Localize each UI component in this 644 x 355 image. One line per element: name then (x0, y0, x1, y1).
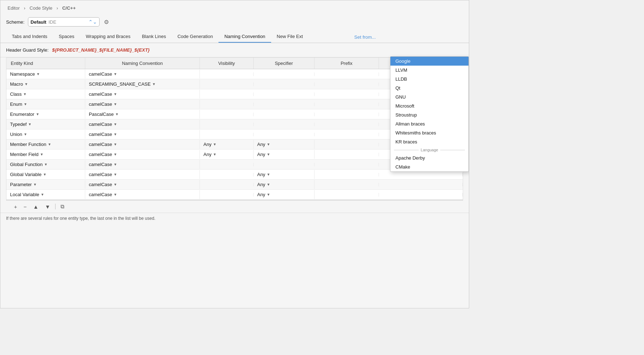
cell-naming-convention[interactable]: camelCase▼ (85, 140, 200, 149)
scheme-dropdown-arrow: ⌃⌄ (88, 19, 97, 25)
cell-entity-kind[interactable]: Global Variable▼ (6, 170, 85, 179)
dropdown-style-item[interactable]: Qt (390, 84, 468, 93)
cell-naming-convention[interactable]: camelCase▼ (85, 100, 200, 109)
cell-visibility[interactable]: Any▼ (200, 150, 254, 159)
dropdown-language-item[interactable]: CMake (390, 162, 468, 171)
convention-value: camelCase (89, 172, 112, 177)
dropdown-scroll-area[interactable]: GoogleLLVMLLDBQtGNUMicrosoftStroustrupAl… (390, 57, 468, 171)
convention-value: camelCase (89, 192, 112, 197)
cell-specifier[interactable]: Any▼ (254, 170, 314, 179)
cell-entity-kind[interactable]: Class▼ (6, 90, 85, 99)
entity-dropdown-arrow: ▼ (28, 122, 32, 126)
dropdown-style-item[interactable]: Whitesmiths braces (390, 128, 468, 137)
cell-entity-kind[interactable]: Local Variable▼ (6, 190, 85, 199)
dropdown-style-item[interactable]: LLVM (390, 66, 468, 75)
cell-visibility (200, 82, 254, 86)
dropdown-style-item[interactable]: Microsoft (390, 101, 468, 110)
dropdown-style-item[interactable]: Google (390, 57, 468, 66)
cell-entity-kind[interactable]: Global Function▼ (6, 160, 85, 169)
set-from-link[interactable]: Set from... (354, 34, 376, 40)
cell-entity-kind[interactable]: Enum▼ (6, 100, 85, 109)
cell-entity-kind[interactable]: Typedef▼ (6, 120, 85, 129)
cell-entity-kind[interactable]: Enumerator▼ (6, 110, 85, 119)
cell-visibility (200, 193, 254, 197)
cell-entity-kind[interactable]: Union▼ (6, 130, 85, 139)
col-naming-convention: Naming Convention (85, 58, 200, 69)
tab-blank-lines[interactable]: Blank Lines (136, 31, 172, 43)
cell-naming-convention[interactable]: camelCase▼ (85, 170, 200, 179)
cell-prefix (314, 93, 379, 96)
convention-dropdown-arrow: ▼ (114, 72, 117, 76)
entity-dropdown-arrow: ▼ (36, 112, 39, 116)
cell-specifier[interactable]: Any▼ (254, 150, 314, 159)
convention-value: camelCase (89, 101, 112, 107)
header-guard-label: Header Guard Style: (6, 47, 49, 53)
table-row[interactable]: Local Variable▼camelCase▼Any▼ (6, 190, 463, 200)
header-guard-value: ${PROJECT_NAME}_${FILE_NAME}_${EXT} (52, 47, 150, 53)
cell-specifier[interactable]: Any▼ (254, 140, 314, 149)
cell-specifier[interactable]: Any▼ (254, 180, 314, 189)
cell-extra (379, 173, 463, 176)
cell-naming-convention[interactable]: camelCase▼ (85, 180, 200, 189)
entity-name: Enumerator (10, 112, 34, 117)
cell-naming-convention[interactable]: SCREAMING_SNAKE_CASE▼ (85, 80, 200, 89)
tab-tabs-indents[interactable]: Tabs and Indents (6, 31, 53, 43)
cell-entity-kind[interactable]: Member Function▼ (6, 140, 85, 149)
specifier-dropdown-arrow: ▼ (266, 193, 270, 197)
cell-entity-kind[interactable]: Macro▼ (6, 80, 85, 89)
dropdown-style-item[interactable]: KR braces (390, 137, 468, 146)
breadcrumb-current: C/C++ (62, 5, 76, 11)
move-down-button[interactable]: ▼ (43, 203, 52, 210)
dropdown-style-item[interactable]: LLDB (390, 75, 468, 84)
header-guard-row: Header Guard Style: ${PROJECT_NAME}_${FI… (0, 43, 469, 57)
cell-entity-kind[interactable]: Parameter▼ (6, 180, 85, 189)
tab-wrapping-braces[interactable]: Wrapping and Braces (80, 31, 136, 43)
visibility-value: Any (203, 142, 211, 147)
move-up-button[interactable]: ▲ (31, 203, 41, 210)
cell-naming-convention[interactable]: camelCase▼ (85, 150, 200, 159)
table-row[interactable]: Parameter▼camelCase▼Any▼ (6, 180, 463, 190)
cell-prefix (314, 163, 379, 166)
add-rule-button[interactable]: + (12, 203, 19, 210)
cell-naming-convention[interactable]: camelCase▼ (85, 90, 200, 99)
tab-spaces[interactable]: Spaces (53, 31, 80, 43)
scheme-name: Default (30, 19, 46, 25)
scheme-gear-button[interactable]: ⚙ (103, 18, 110, 26)
convention-dropdown-arrow: ▼ (114, 172, 117, 176)
cell-naming-convention[interactable]: camelCase▼ (85, 160, 200, 169)
cell-naming-convention[interactable]: PascalCase▼ (85, 110, 200, 119)
cell-naming-convention[interactable]: camelCase▼ (85, 120, 200, 129)
tab-code-generation[interactable]: Code Generation (172, 31, 218, 43)
cell-entity-kind[interactable]: Member Field▼ (6, 150, 85, 159)
cell-specifier[interactable]: Any▼ (254, 190, 314, 199)
entity-dropdown-arrow: ▼ (40, 193, 44, 197)
cell-naming-convention[interactable]: camelCase▼ (85, 190, 200, 199)
entity-dropdown-arrow: ▼ (40, 152, 43, 156)
cell-prefix (314, 143, 379, 146)
cell-visibility[interactable]: Any▼ (200, 140, 254, 149)
dropdown-language-item[interactable]: Apache Derby (390, 153, 468, 162)
specifier-value: Any (257, 142, 265, 147)
dropdown-style-item[interactable]: GNU (390, 93, 468, 101)
dropdown-style-item[interactable]: Allman braces (390, 119, 468, 128)
copy-rule-button[interactable]: ⧉ (58, 203, 67, 210)
cell-prefix (314, 113, 379, 116)
tab-naming-convention[interactable]: Naming Convention (218, 31, 271, 43)
convention-dropdown-arrow: ▼ (114, 132, 117, 136)
remove-rule-button[interactable]: − (21, 203, 29, 210)
convention-value: camelCase (89, 71, 112, 77)
cell-naming-convention[interactable]: camelCase▼ (85, 70, 200, 79)
entity-name: Class (10, 91, 22, 97)
entity-name: Macro (10, 81, 23, 87)
cell-specifier (254, 113, 314, 116)
cell-naming-convention[interactable]: camelCase▼ (85, 130, 200, 139)
cell-entity-kind[interactable]: Namespace▼ (6, 70, 85, 79)
dropdown-style-item[interactable]: Stroustrup (390, 110, 468, 119)
tab-new-file-ext[interactable]: New File Ext (271, 31, 309, 43)
specifier-dropdown-arrow: ▼ (266, 172, 270, 176)
scheme-selector[interactable]: Default IDE ⌃⌄ (28, 17, 100, 27)
entity-dropdown-arrow: ▼ (24, 102, 27, 106)
entity-name: Enum (10, 101, 22, 107)
cell-specifier (254, 123, 314, 126)
scheme-ide: IDE (48, 19, 88, 25)
